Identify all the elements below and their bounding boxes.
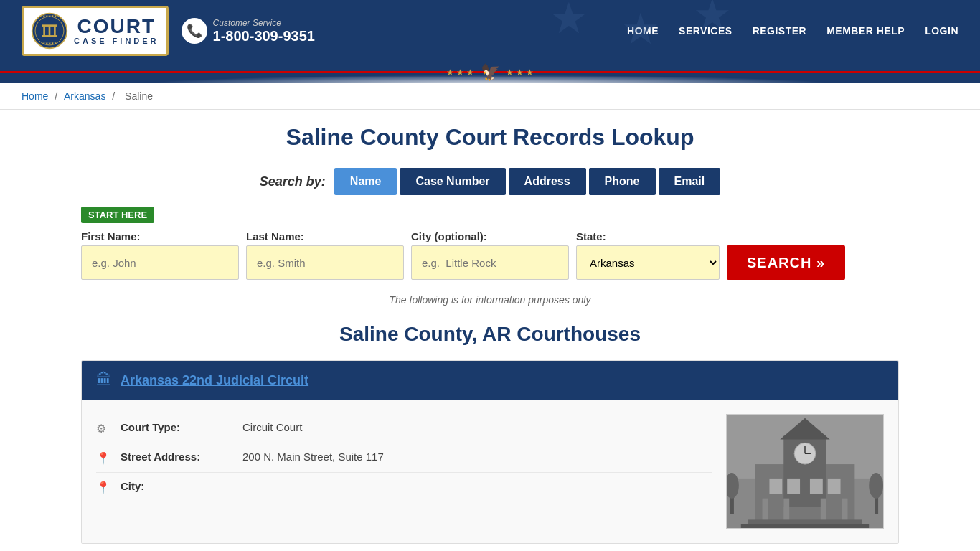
page-title: Saline County Court Records Lookup [81,124,899,151]
logo-court-label: COURT [77,17,156,37]
breadcrumb-home[interactable]: Home [22,90,48,102]
courthouse-card: 🏛 Arkansas 22nd Judicial Circuit ⚙ Court… [81,360,899,544]
court-type-row: ⚙ Court Type: Circuit Court [96,414,712,443]
courthouse-building-icon: 🏛 [96,371,112,390]
nav-login[interactable]: LOGIN [925,25,958,37]
courthouse-info: ⚙ Court Type: Circuit Court 📍 Street Add… [96,414,712,529]
address-row: 📍 Street Address: 200 N. Main Street, Su… [96,443,712,473]
tab-email[interactable]: Email [659,168,721,195]
nav-member-help[interactable]: MEMBER HELP [826,25,905,37]
header-left: ★★★★★ ★★★★★ COURT CASE FINDER 📞 Customer… [22,6,315,56]
phone-icon: 📞 [182,18,207,44]
nav-services[interactable]: SERVICES [679,25,732,37]
banner-stars-right: ★ ★ ★ [506,67,534,77]
city-row: 📍 City: [96,473,712,501]
search-by-row: Search by: Name Case Number Address Phon… [81,168,899,195]
breadcrumb-sep-1: / [55,90,60,102]
svg-rect-18 [787,479,800,494]
first-name-input[interactable] [81,245,239,280]
search-button[interactable]: SEARCH » [727,245,845,280]
tab-address[interactable]: Address [509,168,586,195]
site-header: ★ ★ ★ ★★★★★ ★★★★★ COURT CASE FINDE [0,0,980,62]
start-here-label: START HERE [81,207,154,223]
last-name-input[interactable] [246,245,404,280]
svg-rect-17 [769,479,782,494]
search-tabs: Name Case Number Address Phone Email [334,168,720,195]
city-label: City (optional): [411,230,569,242]
logo-case-finder-label: CASE FINDER [74,37,159,45]
svg-rect-3 [43,26,45,36]
customer-service: 📞 Customer Service 1-800-309-9351 [182,18,315,44]
courthouse-name[interactable]: Arkansas 22nd Judicial Circuit [121,373,308,388]
state-label: State: [576,230,720,242]
courthouse-image [726,414,884,529]
logo-text: COURT CASE FINDER [74,17,159,45]
city-icon: 📍 [96,481,113,494]
city-field: City (optional): [411,230,569,280]
main-nav: HOME SERVICES REGISTER MEMBER HELP LOGIN [627,25,958,37]
address-icon: 📍 [96,451,113,465]
tab-name[interactable]: Name [334,168,397,195]
banner-stars-left: ★ ★ ★ [446,67,475,77]
breadcrumb-state[interactable]: Arkansas [64,90,105,102]
address-label: Street Address: [121,451,235,463]
customer-service-text: Customer Service 1-800-309-9351 [213,18,315,44]
svg-rect-7 [42,35,57,37]
svg-rect-4 [49,26,51,36]
start-here-badge: START HERE [81,207,899,230]
first-name-label: First Name: [81,230,239,242]
svg-rect-6 [42,24,57,27]
svg-text:★★★★★: ★★★★★ [42,41,57,45]
city-input[interactable] [411,245,569,280]
patriotic-banner: ★ ★ ★ 🦅 ★ ★ ★ [0,62,980,83]
last-name-label: Last Name: [246,230,404,242]
customer-service-phone: 1-800-309-9351 [213,28,315,44]
breadcrumb: Home / Arkansas / Saline [0,83,980,110]
breadcrumb-sep-2: / [112,90,118,102]
courthouses-title: Saline County, AR Courthouses [81,323,899,346]
logo-emblem-icon: ★★★★★ ★★★★★ [31,12,68,50]
svg-text:★★★★★: ★★★★★ [42,14,57,18]
state-select[interactable]: Arkansas Alabama Alaska Arizona Californ… [576,245,720,280]
nav-home[interactable]: HOME [627,25,659,37]
last-name-field: Last Name: [246,230,404,280]
tab-phone[interactable]: Phone [589,168,656,195]
svg-rect-19 [810,479,823,494]
tab-case-number[interactable]: Case Number [400,168,505,195]
first-name-field: First Name: [81,230,239,280]
breadcrumb-county: Saline [125,90,153,102]
site-logo[interactable]: ★★★★★ ★★★★★ COURT CASE FINDER [22,6,169,56]
court-type-value: Circuit Court [242,421,302,433]
state-field: State: Arkansas Alabama Alaska Arizona C… [576,230,720,280]
svg-point-30 [869,473,883,499]
search-form: First Name: Last Name: City (optional): … [81,230,899,280]
courthouse-body: ⚙ Court Type: Circuit Court 📍 Street Add… [82,400,898,543]
main-content: Saline County Court Records Lookup Searc… [60,110,920,551]
search-section: Search by: Name Case Number Address Phon… [81,168,899,280]
court-type-icon: ⚙ [96,422,113,435]
svg-rect-20 [828,479,841,494]
courthouse-image-svg [727,414,883,529]
svg-rect-5 [54,26,56,36]
svg-rect-26 [741,524,869,528]
banner-eagle-icon: 🦅 [481,63,500,82]
address-value: 200 N. Main Street, Suite 117 [242,451,384,463]
search-by-label: Search by: [260,174,326,189]
courthouse-header: 🏛 Arkansas 22nd Judicial Circuit [82,361,898,400]
customer-service-label: Customer Service [213,18,315,28]
nav-register[interactable]: REGISTER [753,25,807,37]
disclaimer-text: The following is for information purpose… [81,294,899,306]
svg-rect-25 [748,519,862,524]
court-type-label: Court Type: [121,421,235,433]
city-detail-label: City: [121,480,235,492]
